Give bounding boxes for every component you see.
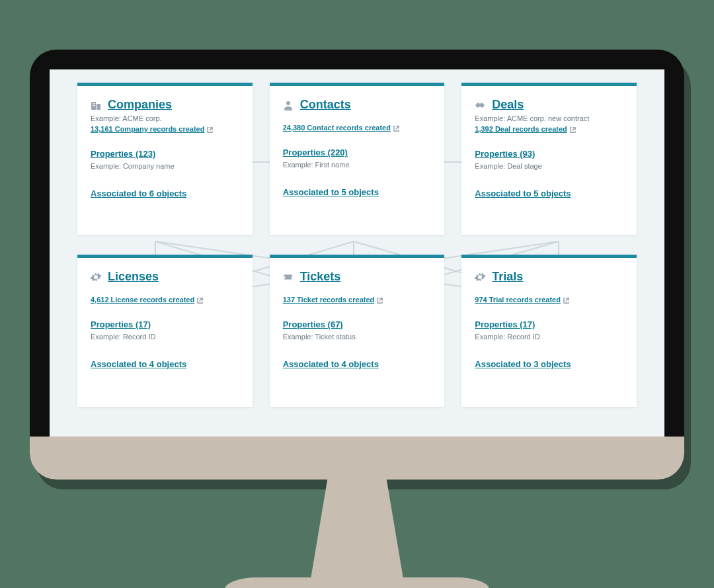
monitor-mockup: Companies Example: ACME corp. 13,161 Com…	[30, 50, 684, 588]
records-created-link[interactable]: 24,380 Contact records created	[283, 124, 399, 132]
card-title[interactable]: Companies	[108, 98, 172, 112]
associated-link[interactable]: Associated to 5 objects	[283, 187, 379, 197]
card-licenses: Licenses 4,612 License records created P…	[77, 255, 253, 407]
card-example: Example: ACME corp.	[91, 114, 239, 122]
person-icon	[283, 100, 294, 110]
properties-example: Example: Company name	[91, 162, 239, 170]
monitor-bezel: Companies Example: ACME corp. 13,161 Com…	[30, 50, 684, 480]
records-created-link[interactable]: 1,392 Deal records created	[475, 125, 575, 133]
properties-example: Example: Deal stage	[475, 162, 623, 170]
object-cards-grid: Companies Example: ACME corp. 13,161 Com…	[50, 69, 664, 440]
properties-link[interactable]: Properties (123)	[91, 149, 155, 159]
records-created-link[interactable]: 4,612 License records created	[91, 296, 203, 304]
external-link-icon	[393, 125, 399, 131]
records-created-link[interactable]: 974 Trial records created	[475, 296, 569, 304]
properties-link[interactable]: Properties (220)	[283, 147, 348, 157]
monitor-stand-neck	[311, 480, 403, 579]
card-contacts: Contacts 24,380 Contact records created …	[270, 83, 445, 235]
associated-link[interactable]: Associated to 6 objects	[91, 189, 186, 198]
properties-example: Example: Record ID	[475, 333, 623, 341]
card-title[interactable]: Trials	[492, 270, 523, 284]
gear-icon	[475, 272, 485, 282]
associated-link[interactable]: Associated to 3 objects	[475, 359, 571, 369]
properties-link[interactable]: Properties (17)	[91, 319, 151, 329]
external-link-icon	[207, 126, 213, 132]
properties-link[interactable]: Properties (67)	[283, 319, 343, 329]
card-title[interactable]: Contacts	[300, 98, 351, 112]
ticket-icon	[283, 272, 294, 282]
external-link-icon	[197, 297, 203, 303]
card-example: Example: ACME corp. new contract	[475, 114, 623, 122]
card-title[interactable]: Tickets	[300, 270, 341, 284]
handshake-icon	[475, 100, 485, 110]
card-companies: Companies Example: ACME corp. 13,161 Com…	[77, 83, 253, 235]
properties-link[interactable]: Properties (93)	[475, 149, 535, 159]
svg-rect-12	[97, 104, 100, 110]
associated-link[interactable]: Associated to 4 objects	[283, 359, 379, 369]
svg-rect-13	[93, 103, 94, 105]
properties-example: Example: First name	[283, 161, 432, 169]
external-link-icon	[563, 297, 569, 303]
properties-example: Example: Record ID	[91, 333, 239, 341]
records-created-link[interactable]: 13,161 Company records created	[91, 125, 213, 133]
properties-example: Example: Ticket status	[283, 333, 432, 341]
card-trials: Trials 974 Trial records created Propert…	[461, 255, 637, 407]
properties-link[interactable]: Properties (17)	[475, 319, 535, 329]
app-screen: Companies Example: ACME corp. 13,161 Com…	[50, 69, 664, 440]
associated-link[interactable]: Associated to 5 objects	[475, 189, 571, 198]
records-created-link[interactable]: 137 Ticket records created	[283, 296, 383, 304]
svg-rect-16	[95, 105, 96, 106]
card-deals: Deals Example: ACME corp. new contract 1…	[461, 83, 637, 235]
card-title[interactable]: Deals	[492, 98, 524, 112]
building-icon	[91, 100, 101, 110]
monitor-chin	[30, 437, 684, 480]
svg-rect-15	[93, 105, 94, 106]
card-title[interactable]: Licenses	[108, 270, 159, 284]
external-link-icon	[570, 126, 576, 132]
associated-link[interactable]: Associated to 4 objects	[91, 359, 186, 369]
svg-rect-14	[95, 103, 96, 105]
card-tickets: Tickets 137 Ticket records created Prope…	[270, 255, 445, 407]
svg-point-17	[286, 101, 290, 105]
gear-icon	[91, 272, 101, 282]
external-link-icon	[377, 297, 383, 303]
monitor-stand-base	[225, 577, 489, 588]
